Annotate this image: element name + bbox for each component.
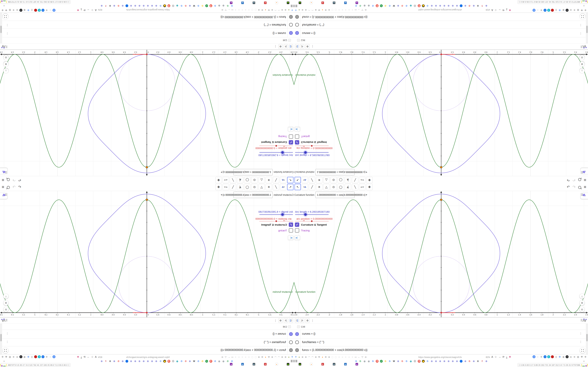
- algebra-panel-toggle[interactable]: [580, 168, 588, 174]
- flower-icon[interactable]: ✿: [130, 4, 132, 7]
- shield-gray-ext-icon[interactable]: ◍: [569, 355, 572, 358]
- flower-icon[interactable]: ✿: [439, 360, 441, 363]
- gauge-icon[interactable]: ◠: [308, 8, 311, 12]
- gear-ext-icon[interactable]: ⚙: [540, 355, 543, 358]
- globe-icon[interactable]: ⊕: [271, 8, 274, 12]
- google-g-icon[interactable]: G: [226, 4, 229, 7]
- wikipedia-w-icon[interactable]: W: [392, 360, 395, 363]
- play-step-button[interactable]: ▶▏: [288, 127, 294, 131]
- settings-button[interactable]: ⚙: [278, 44, 283, 49]
- view-divider[interactable]: [294, 50, 588, 50]
- algebra-row[interactable]: funcs = {1.000000000000 + cos(4.00000000…: [294, 13, 586, 21]
- firefox-app-icon[interactable]: ◕: [275, 1, 278, 4]
- dot-icon[interactable]: ∘: [241, 355, 244, 359]
- gauge-icon[interactable]: ◠: [277, 8, 280, 12]
- google-g-icon[interactable]: G: [384, 360, 387, 363]
- fullscreen-button[interactable]: [580, 14, 585, 19]
- gear-icon[interactable]: ⚙: [261, 355, 264, 359]
- teal-site-icon[interactable]: ◍: [176, 360, 179, 363]
- image-site-icon[interactable]: ▦: [422, 4, 425, 7]
- shield-icon[interactable]: ▽: [361, 355, 364, 359]
- redo-icon[interactable]: ↷: [12, 184, 16, 189]
- circle-tool[interactable]: ⊙: [251, 177, 258, 183]
- slider-tool[interactable]: a=2: [223, 184, 229, 190]
- wikipedia-w-icon[interactable]: W: [193, 360, 196, 363]
- arc-length-slider-knob[interactable]: [281, 213, 284, 216]
- zoom-in-button[interactable]: ⊕: [3, 62, 9, 67]
- shield-up-ext-icon[interactable]: ⇧: [38, 9, 41, 12]
- google-g-icon[interactable]: G: [231, 360, 233, 363]
- red-circle-ext-icon[interactable]: ●: [34, 9, 37, 12]
- translate-ext-icon[interactable]: A: [533, 355, 536, 358]
- yandex-icon[interactable]: Я: [376, 4, 379, 7]
- translate-icon[interactable]: A: [95, 355, 97, 358]
- gear2-ext-icon[interactable]: ⚙: [1, 355, 4, 358]
- collapse-button[interactable]: −: [288, 325, 291, 328]
- slider-tool[interactable]: a=2: [223, 177, 229, 183]
- row-kebab-icon[interactable]: ⋮: [6, 332, 9, 335]
- google-g-icon[interactable]: G: [197, 4, 200, 7]
- visibility-toggle[interactable]: [289, 341, 293, 344]
- point-tool[interactable]: •A: [302, 184, 308, 190]
- gear-ext-icon[interactable]: ⚙: [45, 9, 48, 12]
- visibility-toggle[interactable]: [289, 332, 293, 336]
- polygon-tool[interactable]: △: [259, 177, 265, 183]
- chat-bubble-icon[interactable]: ●: [460, 4, 463, 7]
- circle-icon[interactable]: ○: [341, 8, 344, 12]
- colored-pin-icon[interactable]: ❖: [77, 355, 79, 358]
- flower-icon[interactable]: ✿: [100, 4, 103, 7]
- visibility-toggle[interactable]: [295, 341, 299, 344]
- shield-ld-ext-icon[interactable]: LD: [19, 355, 22, 358]
- shield-gray-ext-icon[interactable]: ◍: [16, 9, 19, 12]
- translate-icon[interactable]: A: [95, 9, 97, 12]
- trash-ext-icon[interactable]: ▯: [554, 9, 558, 12]
- yandex-icon[interactable]: Я: [376, 360, 379, 363]
- undo-icon[interactable]: ↶: [567, 178, 570, 183]
- angle-tool[interactable]: ∡: [237, 177, 243, 183]
- ghost-icon[interactable]: ▢: [331, 8, 334, 12]
- red-circle-ext-icon[interactable]: ●: [551, 355, 554, 358]
- puzzle-ext-icon[interactable]: ▨: [577, 9, 579, 12]
- shield-icon[interactable]: ▽: [361, 8, 364, 12]
- play-step-button[interactable]: ▶▏: [288, 236, 294, 240]
- google-g-icon[interactable]: G: [159, 4, 162, 7]
- google-g-icon[interactable]: G: [359, 360, 362, 363]
- fullscreen-button[interactable]: [3, 348, 8, 353]
- polygon-tool[interactable]: △: [259, 184, 265, 190]
- shield-gray-ext-icon[interactable]: ◍: [16, 355, 19, 358]
- avatar-app-icon[interactable]: ◉: [230, 1, 233, 4]
- image-site-icon[interactable]: ▦: [163, 360, 166, 363]
- flower-icon[interactable]: ✿: [434, 4, 437, 7]
- fx-button[interactable]: fx: [284, 44, 288, 49]
- visibility-toggle[interactable]: [295, 23, 299, 26]
- trash-ext-icon[interactable]: ▯: [30, 355, 34, 358]
- point-tool[interactable]: •A: [302, 177, 308, 183]
- display-app-icon[interactable]: ▦: [252, 363, 255, 366]
- wrench-icon[interactable]: ⚒: [318, 355, 320, 359]
- globe-icon[interactable]: ⊕: [257, 8, 260, 12]
- arc-position-slider-knob[interactable]: [276, 220, 277, 222]
- home-button[interactable]: ⌂: [3, 294, 9, 299]
- shield-up-ext-icon[interactable]: ⇧: [547, 355, 550, 358]
- check-icon[interactable]: ✓: [205, 360, 208, 363]
- flower-icon[interactable]: ✿: [113, 360, 116, 363]
- bookmark-star-icon[interactable]: ☆: [494, 355, 497, 358]
- collapse-button[interactable]: −: [297, 39, 300, 42]
- google-g-icon[interactable]: G: [426, 360, 429, 363]
- floppy-app-icon[interactable]: ▤: [241, 363, 244, 366]
- google-g-icon[interactable]: G: [197, 360, 200, 363]
- forward-arrow-icon[interactable]: →: [498, 355, 501, 358]
- play-step-button[interactable]: ▶▏: [294, 236, 300, 240]
- arc-position-slider-knob[interactable]: [311, 220, 312, 222]
- globe-share-ext-icon[interactable]: ❂: [27, 355, 30, 358]
- tracing-checkbox[interactable]: [289, 134, 293, 139]
- settings-button[interactable]: ⚙: [278, 318, 283, 323]
- flower-icon[interactable]: ✿: [147, 360, 149, 363]
- view-divider[interactable]: [0, 50, 294, 50]
- wrench-ext-icon[interactable]: ⚒: [5, 355, 8, 358]
- terminal-app-icon[interactable]: ▣: [299, 1, 301, 4]
- chevron-up-icon[interactable]: ∧: [3, 5, 5, 7]
- circle-icon[interactable]: ○: [244, 8, 247, 12]
- teal-site-icon[interactable]: ◍: [409, 360, 412, 363]
- perpendicular-line-tool[interactable]: ✕: [266, 177, 272, 183]
